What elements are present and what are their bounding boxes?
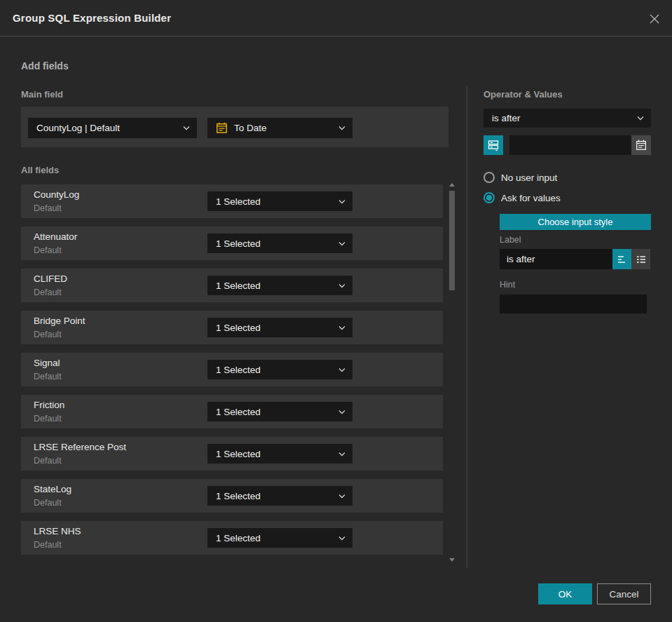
field-selected-dropdown[interactable]: 1 Selected xyxy=(207,318,352,337)
selected-count: 1 Selected xyxy=(216,449,334,459)
dialog-title: Group SQL Expression Builder xyxy=(13,12,171,24)
field-subtitle: Default xyxy=(34,245,62,255)
operator-values-heading: Operator & Values xyxy=(484,89,563,100)
chevron-down-icon xyxy=(338,199,345,204)
list-icon xyxy=(636,254,647,265)
field-row-friction: Friction Default 1 Selected xyxy=(21,395,443,428)
chevron-down-icon xyxy=(637,116,644,121)
field-selected-dropdown[interactable]: 1 Selected xyxy=(207,402,352,421)
radio-checked-icon xyxy=(484,192,495,203)
list-scrollbar[interactable] xyxy=(448,181,455,564)
selected-count: 1 Selected xyxy=(216,407,334,417)
field-row-attenuator: Attenuator Default 1 Selected xyxy=(21,227,443,260)
chevron-down-icon xyxy=(183,126,190,130)
chevron-down-icon xyxy=(338,452,345,457)
field-name: StateLog xyxy=(34,484,71,494)
label-style-inline-button[interactable] xyxy=(612,249,631,269)
align-left-icon xyxy=(617,254,628,265)
radio-no-user-input[interactable]: No user input xyxy=(484,172,557,183)
label-field-label: Label xyxy=(500,235,521,245)
date-picker-button[interactable] xyxy=(631,135,651,155)
field-row-statelog: StateLog Default 1 Selected xyxy=(21,479,443,513)
label-style-list-button[interactable] xyxy=(631,249,650,269)
cancel-button[interactable]: Cancel xyxy=(597,583,651,604)
selected-count: 1 Selected xyxy=(216,280,334,291)
radio-ask-for-values[interactable]: Ask for values xyxy=(484,192,561,203)
main-field-card: CountyLog | Default To Date xyxy=(21,107,448,147)
field-subtitle: Default xyxy=(34,288,62,297)
field-selected-dropdown[interactable]: 1 Selected xyxy=(207,444,352,464)
selected-count: 1 Selected xyxy=(216,365,334,375)
selected-count: 1 Selected xyxy=(216,491,334,501)
layer-values-icon xyxy=(487,139,500,151)
field-name: Attenuator xyxy=(34,231,77,242)
field-name: LRSE NHS xyxy=(34,526,81,536)
chevron-down-icon xyxy=(338,536,345,541)
field-name: LRSE Reference Post xyxy=(34,442,126,452)
chevron-down-icon xyxy=(338,367,345,372)
all-fields-label: All fields xyxy=(21,165,59,175)
radio-label: No user input xyxy=(501,173,557,183)
chevron-down-icon xyxy=(338,494,345,499)
field-selected-dropdown[interactable]: 1 Selected xyxy=(207,486,352,506)
choose-input-style-button[interactable]: Choose input style xyxy=(500,214,651,230)
field-name: Friction xyxy=(34,400,64,410)
field-name: CLIFED xyxy=(34,273,67,284)
field-selected-dropdown[interactable]: 1 Selected xyxy=(207,191,352,211)
hint-input[interactable] xyxy=(500,295,647,313)
field-subtitle: Default xyxy=(34,540,62,550)
field-row-bridge-point: Bridge Point Default 1 Selected xyxy=(21,311,443,344)
ok-button[interactable]: OK xyxy=(538,583,592,604)
group-sql-expression-builder-dialog: Group SQL Expression Builder Add fields … xyxy=(0,0,672,622)
selected-count: 1 Selected xyxy=(216,323,334,333)
calendar-icon xyxy=(216,122,228,134)
calendar-icon xyxy=(636,140,647,151)
field-row-lrse-nhs: LRSE NHS Default 1 Selected xyxy=(21,521,443,555)
scrollbar-thumb[interactable] xyxy=(449,191,455,290)
field-subtitle: Default xyxy=(34,456,62,466)
field-row-lrse-reference-post: LRSE Reference Post Default 1 Selected xyxy=(21,437,443,471)
chevron-down-icon xyxy=(338,325,345,330)
chevron-down-icon xyxy=(338,241,345,246)
field-subtitle: Default xyxy=(34,414,62,424)
scroll-down-icon[interactable] xyxy=(449,558,455,562)
field-selected-dropdown[interactable]: 1 Selected xyxy=(207,360,352,379)
close-button[interactable] xyxy=(647,11,662,27)
hint-field-label: Hint xyxy=(500,280,515,290)
field-selected-dropdown[interactable]: 1 Selected xyxy=(207,276,352,295)
field-selected-dropdown[interactable]: 1 Selected xyxy=(207,234,352,253)
date-option-select[interactable]: To Date xyxy=(207,118,352,138)
chevron-down-icon xyxy=(338,410,345,414)
label-input[interactable] xyxy=(500,249,612,269)
date-value-input[interactable] xyxy=(509,135,631,155)
values-from-layer-button[interactable] xyxy=(484,135,503,155)
main-field-select[interactable]: CountyLog | Default xyxy=(28,118,197,138)
field-subtitle: Default xyxy=(34,372,62,381)
field-subtitle: Default xyxy=(34,203,62,213)
radio-unchecked-icon xyxy=(484,172,495,183)
selected-count: 1 Selected xyxy=(216,196,334,207)
field-selected-dropdown[interactable]: 1 Selected xyxy=(207,528,352,548)
field-subtitle: Default xyxy=(34,330,62,339)
selected-count: 1 Selected xyxy=(216,533,334,543)
main-field-label: Main field xyxy=(21,89,63,100)
field-row-clifed: CLIFED Default 1 Selected xyxy=(21,269,443,302)
field-row-signal: Signal Default 1 Selected xyxy=(21,353,443,386)
field-name: CountyLog xyxy=(34,189,79,200)
field-name: Signal xyxy=(34,358,60,368)
field-name: Bridge Point xyxy=(34,316,85,326)
chevron-down-icon xyxy=(338,283,345,288)
operator-select[interactable]: is after xyxy=(484,109,651,128)
field-row-countylog: CountyLog Default 1 Selected xyxy=(21,184,443,218)
operator-select-value: is after xyxy=(492,113,633,123)
close-icon xyxy=(649,13,660,25)
field-subtitle: Default xyxy=(34,498,62,508)
chevron-down-icon xyxy=(338,126,345,130)
selected-count: 1 Selected xyxy=(216,238,334,249)
dialog-titlebar: Group SQL Expression Builder xyxy=(0,0,672,36)
date-option-select-value: To Date xyxy=(234,123,334,133)
scroll-up-icon[interactable] xyxy=(449,183,455,187)
panel-divider xyxy=(467,86,467,568)
main-field-select-value: CountyLog | Default xyxy=(36,123,179,133)
add-fields-heading: Add fields xyxy=(21,60,69,72)
